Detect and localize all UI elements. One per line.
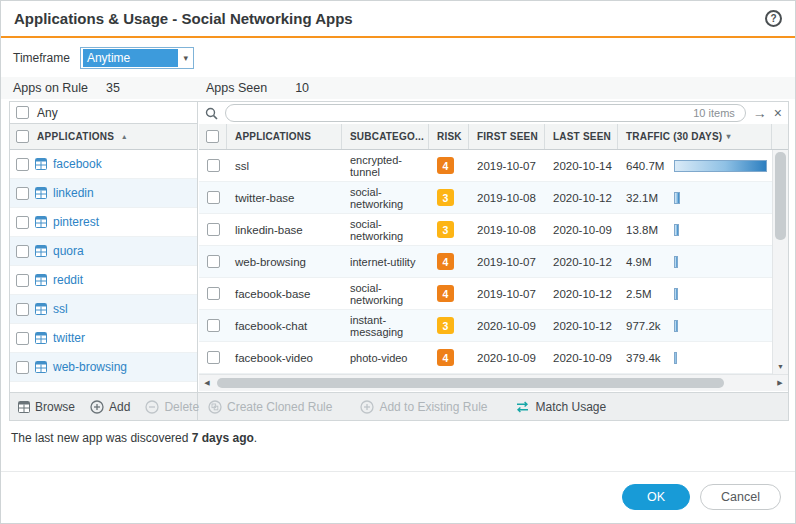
application-icon xyxy=(35,274,47,286)
table-row[interactable]: twitter-base social-networking 3 2019-10… xyxy=(199,182,788,214)
risk-badge: 4 xyxy=(437,285,454,302)
add-label: Add xyxy=(109,400,130,414)
column-header-applications[interactable]: APPLICATIONS xyxy=(227,124,342,149)
select-all-left-checkbox[interactable] xyxy=(16,130,29,143)
app-link[interactable]: twitter xyxy=(53,331,85,345)
delete-label: Delete xyxy=(164,400,199,414)
cell-last-seen: 2020-10-12 xyxy=(545,288,618,300)
row-checkbox[interactable] xyxy=(16,187,29,200)
add-button[interactable]: Add xyxy=(90,400,130,414)
column-header-first-seen[interactable]: FIRST SEEN xyxy=(469,124,545,149)
column-header-subcategory[interactable]: SUBCATEGO... xyxy=(342,124,429,149)
row-checkbox[interactable] xyxy=(16,158,29,171)
summary-strip: Apps on Rule 35 Apps Seen 10 xyxy=(1,77,795,99)
row-checkbox[interactable] xyxy=(207,191,220,204)
horizontal-scrollbar-thumb[interactable] xyxy=(217,378,724,388)
row-checkbox[interactable] xyxy=(16,303,29,316)
cell-subcategory: encrypted-tunnel xyxy=(342,154,429,178)
table-row[interactable]: facebook-video photo-video 4 2020-10-09 … xyxy=(199,342,788,374)
app-link[interactable]: linkedin xyxy=(53,186,94,200)
column-header-last-seen[interactable]: LAST SEEN xyxy=(545,124,618,149)
browse-icon xyxy=(18,401,30,413)
app-link[interactable]: pinterest xyxy=(53,215,99,229)
row-checkbox[interactable] xyxy=(207,223,220,236)
app-list-item[interactable]: web-browsing xyxy=(10,353,197,382)
left-applications-header-label: APPLICATIONS xyxy=(37,131,114,142)
app-list-item[interactable]: pinterest xyxy=(10,208,197,237)
app-link[interactable]: quora xyxy=(53,244,84,258)
risk-badge: 4 xyxy=(437,253,454,270)
ok-button[interactable]: OK xyxy=(622,484,690,510)
app-list-item[interactable]: facebook xyxy=(10,150,197,179)
help-icon[interactable]: ? xyxy=(765,10,782,27)
column-header-traffic[interactable]: TRAFFIC (30 DAYS)▾ xyxy=(618,124,772,149)
row-checkbox[interactable] xyxy=(16,274,29,287)
row-checkbox[interactable] xyxy=(207,351,220,364)
match-usage-button[interactable]: Match Usage xyxy=(515,400,606,414)
table-row[interactable]: linkedin-base social-networking 3 2019-1… xyxy=(199,214,788,246)
note-highlight: 7 days ago xyxy=(192,431,254,445)
create-cloned-rule-button[interactable]: Create Cloned Rule xyxy=(208,400,332,414)
delete-button[interactable]: Delete xyxy=(145,400,199,414)
browse-button[interactable]: Browse xyxy=(18,400,75,414)
app-link[interactable]: facebook xyxy=(53,157,102,171)
app-list-item[interactable]: reddit xyxy=(10,266,197,295)
table-row[interactable]: facebook-base social-networking 4 2019-1… xyxy=(199,278,788,310)
left-column-header-applications[interactable]: APPLICATIONS ▴ xyxy=(10,124,197,150)
action-bar: Browse Add Delete Create Cloned Rule xyxy=(10,392,788,420)
select-all-checkbox[interactable] xyxy=(206,130,219,143)
timeframe-select[interactable]: Anytime ▾ xyxy=(80,47,194,69)
scroll-left-icon[interactable]: ◀ xyxy=(199,375,215,391)
sort-asc-icon: ▴ xyxy=(122,132,126,141)
cell-subcategory: social-networking xyxy=(342,186,429,210)
row-checkbox[interactable] xyxy=(207,255,220,268)
timeframe-label: Timeframe xyxy=(13,51,70,65)
table-row[interactable]: web-browsing internet-utility 4 2019-10-… xyxy=(199,246,788,278)
table-header-row: APPLICATIONS SUBCATEGO... RISK FIRST SEE… xyxy=(199,124,788,150)
app-list-item[interactable]: linkedin xyxy=(10,179,197,208)
row-checkbox[interactable] xyxy=(16,245,29,258)
app-link[interactable]: reddit xyxy=(53,273,83,287)
cell-subcategory: internet-utility xyxy=(342,256,429,268)
row-checkbox[interactable] xyxy=(16,216,29,229)
horizontal-scrollbar[interactable]: ◀ ▶ xyxy=(199,374,788,391)
add-to-existing-rule-button[interactable]: Add to Existing Rule xyxy=(360,400,487,414)
risk-badge: 3 xyxy=(437,221,454,238)
traffic-bar xyxy=(674,224,679,236)
traffic-value: 977.2k xyxy=(626,320,670,332)
apply-filter-icon[interactable]: → xyxy=(753,106,767,120)
app-list-item[interactable]: quora xyxy=(10,237,197,266)
cell-application: facebook-chat xyxy=(227,320,342,332)
any-checkbox[interactable] xyxy=(16,106,29,119)
cell-traffic: 13.8M xyxy=(618,224,772,236)
traffic-value: 2.5M xyxy=(626,288,670,300)
risk-badge: 4 xyxy=(437,157,454,174)
clear-filter-icon[interactable]: × xyxy=(774,106,782,120)
vertical-scrollbar-thumb[interactable] xyxy=(775,152,786,240)
row-checkbox[interactable] xyxy=(207,319,220,332)
cell-last-seen: 2020-10-12 xyxy=(545,256,618,268)
app-list-item[interactable]: ssl xyxy=(10,295,197,324)
row-checkbox[interactable] xyxy=(16,361,29,374)
cell-application: facebook-base xyxy=(227,288,342,300)
traffic-value: 4.9M xyxy=(626,256,670,268)
row-checkbox[interactable] xyxy=(16,332,29,345)
row-checkbox[interactable] xyxy=(207,287,220,300)
row-checkbox[interactable] xyxy=(207,159,220,172)
search-input[interactable]: 10 items xyxy=(225,104,746,122)
cancel-button[interactable]: Cancel xyxy=(700,484,781,510)
app-link[interactable]: web-browsing xyxy=(53,360,127,374)
apps-seen-panel: 10 items → × APPLICATIONS SUBCATEGO... R… xyxy=(199,102,788,392)
create-cloned-rule-label: Create Cloned Rule xyxy=(227,400,332,414)
table-row[interactable]: ssl encrypted-tunnel 4 2019-10-07 2020-1… xyxy=(199,150,788,182)
table-row[interactable]: facebook-chat instant-messaging 3 2020-1… xyxy=(199,310,788,342)
column-header-risk[interactable]: RISK xyxy=(429,124,469,149)
scroll-right-icon[interactable]: ▶ xyxy=(772,375,788,391)
scroll-down-icon[interactable]: ▼ xyxy=(773,358,788,374)
vertical-scrollbar[interactable]: ▼ xyxy=(772,150,788,374)
match-usage-label: Match Usage xyxy=(535,400,606,414)
search-icon xyxy=(205,107,218,120)
app-list-item[interactable]: twitter xyxy=(10,324,197,353)
footer-divider xyxy=(1,471,795,472)
app-link[interactable]: ssl xyxy=(53,302,68,316)
